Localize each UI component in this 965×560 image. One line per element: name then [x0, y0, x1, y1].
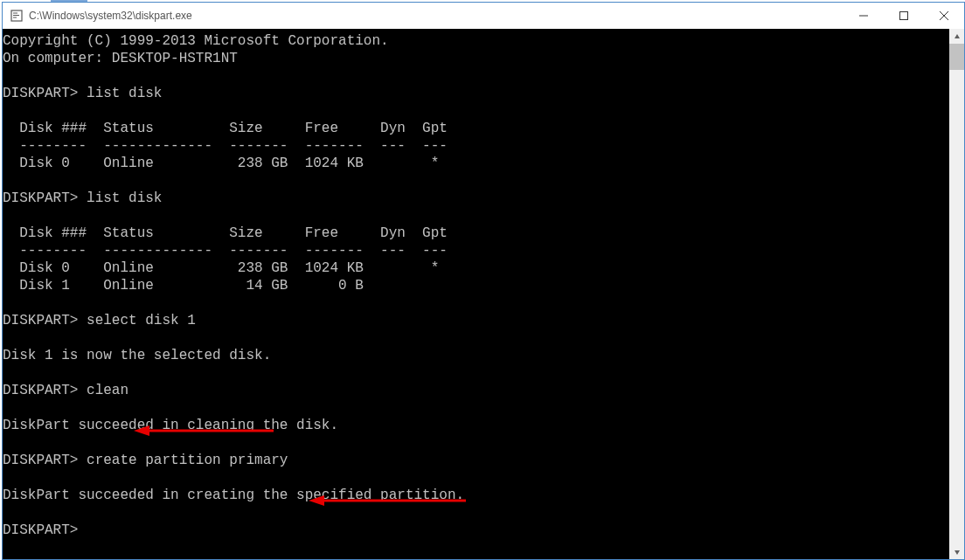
minimize-button[interactable] — [844, 3, 884, 29]
title-bar[interactable]: C:\Windows\system32\diskpart.exe — [3, 3, 964, 29]
computer-line: On computer: DESKTOP-HSTR1NT — [3, 51, 238, 66]
table-sep: -------- ------------- ------- ------- -… — [3, 138, 448, 154]
svg-rect-1 — [13, 13, 17, 14]
app-icon — [10, 9, 24, 23]
scrollbar-track[interactable] — [949, 44, 964, 544]
msg-selected: Disk 1 is now the selected disk. — [3, 348, 271, 363]
table-row: Disk 1 Online 14 GB 0 B — [3, 278, 364, 294]
msg-clean-ok: DiskPart succeeded in cleaning the disk. — [3, 418, 338, 433]
svg-marker-12 — [955, 34, 960, 38]
console-area: Copyright (C) 1999-2013 Microsoft Corpor… — [3, 29, 964, 559]
svg-rect-3 — [13, 17, 17, 18]
prompt: DISKPART> — [3, 453, 78, 468]
cmd-clean: clean — [87, 383, 128, 398]
prompt: DISKPART> — [3, 383, 78, 398]
svg-rect-2 — [13, 15, 19, 16]
table-sep: -------- ------------- ------- ------- -… — [3, 243, 448, 259]
scroll-up-button[interactable] — [949, 29, 964, 44]
diskpart-window: C:\Windows\system32\diskpart.exe Copyrig… — [2, 2, 965, 560]
window-buttons — [844, 3, 964, 29]
prompt: DISKPART> — [3, 86, 78, 101]
close-button[interactable] — [924, 3, 964, 29]
copyright-line: Copyright (C) 1999-2013 Microsoft Corpor… — [3, 33, 389, 49]
table-header: Disk ### Status Size Free Dyn Gpt — [3, 121, 448, 136]
table-header: Disk ### Status Size Free Dyn Gpt — [3, 225, 448, 241]
prompt: DISKPART> — [3, 190, 78, 206]
vertical-scrollbar[interactable] — [949, 29, 964, 559]
msg-create-ok: DiskPart succeeded in creating the speci… — [3, 487, 464, 503]
cmd-list-disk-1: list disk — [87, 86, 162, 101]
window-title: C:\Windows\system32\diskpart.exe — [29, 10, 844, 22]
cmd-create-partition: create partition primary — [87, 453, 288, 468]
scrollbar-thumb[interactable] — [949, 44, 964, 70]
terminal-output[interactable]: Copyright (C) 1999-2013 Microsoft Corpor… — [3, 29, 949, 559]
maximize-button[interactable] — [884, 3, 924, 29]
svg-marker-13 — [955, 550, 960, 555]
prompt: DISKPART> — [3, 313, 78, 328]
table-row: Disk 0 Online 238 GB 1024 KB * — [3, 260, 439, 276]
svg-rect-5 — [900, 12, 908, 20]
cmd-list-disk-2: list disk — [87, 190, 162, 206]
scroll-down-button[interactable] — [949, 544, 964, 559]
table-row: Disk 0 Online 238 GB 1024 KB * — [3, 156, 439, 171]
prompt: DISKPART> — [3, 522, 78, 538]
cmd-select-disk: select disk 1 — [87, 313, 196, 328]
